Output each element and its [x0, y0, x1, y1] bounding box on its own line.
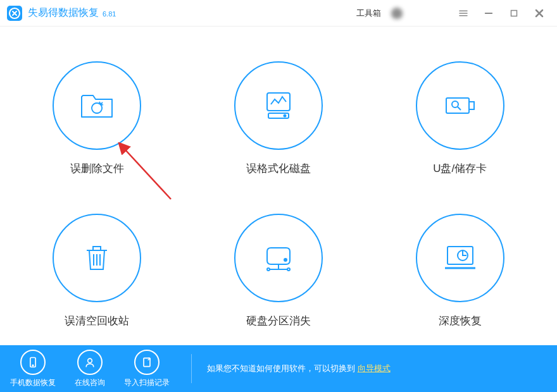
svg-rect-19 — [447, 247, 473, 264]
bottom-import-scan[interactable]: 导入扫描记录 — [124, 350, 170, 388]
svg-point-14 — [284, 259, 287, 261]
svg-rect-7 — [469, 102, 474, 109]
app-title: 失易得数据恢复 — [28, 6, 99, 20]
option-label: 误清空回收站 — [65, 314, 129, 328]
maximize-button[interactable] — [501, 1, 527, 26]
wizard-mode-link[interactable]: 向导模式 — [358, 364, 391, 373]
option-label: 深度恢复 — [439, 314, 482, 328]
bottom-action-label: 导入扫描记录 — [124, 377, 170, 388]
phone-icon — [20, 350, 46, 375]
main-content: 误删除文件 误格式化磁盘 U — [0, 27, 557, 328]
svg-point-5 — [284, 115, 285, 117]
svg-rect-2 — [511, 10, 517, 16]
user-account-area[interactable] — [387, 4, 451, 23]
bottom-bar: 手机数据恢复 在线咨询 导入扫描记录 如果您不知道如何使用软件，可以切换到 向导… — [0, 345, 557, 392]
lost-partition-icon — [234, 214, 323, 302]
maximize-icon — [508, 8, 520, 19]
menu-button[interactable] — [451, 1, 476, 26]
svg-point-8 — [452, 101, 458, 107]
option-label: 误格式化磁盘 — [246, 161, 311, 176]
option-formatted-disk[interactable]: 误格式化磁盘 — [234, 61, 323, 176]
option-deleted-files[interactable]: 误删除文件 — [53, 61, 141, 176]
svg-line-9 — [458, 107, 461, 110]
recovery-options-grid: 误删除文件 误格式化磁盘 U — [44, 61, 513, 328]
bottom-online-consult[interactable]: 在线咨询 — [75, 350, 105, 388]
close-button[interactable] — [527, 1, 552, 26]
user-avatar-icon — [391, 8, 403, 19]
usb-card-icon — [416, 61, 504, 150]
svg-rect-3 — [267, 93, 290, 111]
svg-point-25 — [32, 365, 34, 366]
minimize-button[interactable] — [476, 1, 501, 26]
svg-point-26 — [88, 358, 92, 363]
deleted-files-icon — [53, 61, 141, 150]
toolbox-link[interactable]: 工具箱 — [356, 8, 381, 19]
option-deep-recovery[interactable]: 深度恢复 — [416, 214, 504, 328]
app-logo — [6, 5, 23, 21]
option-recycle-bin[interactable]: 误清空回收站 — [53, 214, 141, 328]
close-icon — [533, 7, 546, 20]
person-icon — [77, 350, 103, 375]
option-label: 误删除文件 — [70, 161, 124, 176]
bottom-hint-text: 如果您不知道如何使用软件，可以切换到 — [207, 364, 358, 373]
bottom-divider — [191, 354, 192, 383]
app-version: 6.81 — [103, 10, 116, 18]
titlebar: 失易得数据恢复 6.81 工具箱 — [0, 0, 557, 27]
option-usb-card[interactable]: U盘/储存卡 — [416, 61, 504, 176]
svg-point-18 — [287, 268, 290, 271]
menu-icon — [458, 8, 469, 19]
bottom-phone-recovery[interactable]: 手机数据恢复 — [10, 350, 56, 388]
bottom-action-label: 在线咨询 — [75, 377, 105, 388]
bottom-hint: 如果您不知道如何使用软件，可以切换到 向导模式 — [207, 363, 391, 374]
import-icon — [134, 350, 160, 375]
option-label: 硬盘分区消失 — [246, 314, 311, 328]
formatted-disk-icon — [234, 61, 323, 150]
recycle-bin-icon — [53, 214, 141, 302]
deep-recovery-icon — [416, 214, 504, 302]
svg-point-17 — [267, 268, 270, 271]
minimize-icon — [483, 8, 494, 19]
bottom-action-label: 手机数据恢复 — [10, 377, 56, 388]
option-lost-partition[interactable]: 硬盘分区消失 — [234, 214, 323, 328]
option-label: U盘/储存卡 — [433, 161, 487, 176]
